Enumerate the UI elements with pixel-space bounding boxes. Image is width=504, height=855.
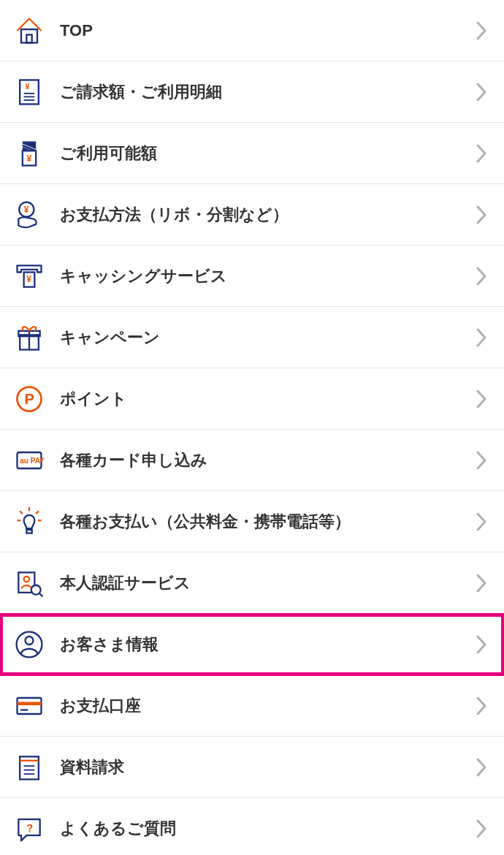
aupay-card-icon: au PAY xyxy=(12,443,47,478)
chevron-right-icon xyxy=(476,512,486,531)
menu-item-label: 各種お支払い（公共料金・携帯電話等） xyxy=(60,511,476,533)
doc-request-icon xyxy=(12,750,47,785)
bank-card-icon xyxy=(12,688,47,723)
chevron-right-icon xyxy=(476,819,486,838)
menu-item-1[interactable]: ¥ ご請求額・ご利用明細 xyxy=(0,61,504,123)
menu-item-7[interactable]: au PAY 各種カード申し込み xyxy=(0,430,504,491)
svg-text:¥: ¥ xyxy=(26,82,31,91)
lightbulb-icon xyxy=(12,504,47,539)
svg-point-34 xyxy=(26,636,34,645)
menu-list: TOP ¥ ご請求額・ご利用明細 ¥ ご利用可能額 ¥ お支払方法（リボ・分割な… xyxy=(0,0,504,855)
svg-point-30 xyxy=(24,576,29,581)
svg-point-31 xyxy=(31,585,41,594)
menu-item-9[interactable]: 本人認証サービス xyxy=(0,552,504,614)
chevron-right-icon xyxy=(476,451,486,470)
menu-item-11[interactable]: お支払口座 xyxy=(0,675,504,737)
menu-item-3[interactable]: ¥ お支払方法（リボ・分割など） xyxy=(0,184,504,246)
svg-text:P: P xyxy=(25,391,34,407)
point-icon: P xyxy=(12,381,47,417)
menu-item-label: TOP xyxy=(60,21,476,40)
hand-yen-icon: ¥ xyxy=(12,197,47,232)
menu-item-label: ポイント xyxy=(60,388,476,410)
menu-item-label: お支払方法（リボ・分割など） xyxy=(60,204,476,226)
menu-item-13[interactable]: ? よくあるご質問 xyxy=(0,798,504,855)
home-icon xyxy=(12,13,47,48)
id-check-icon xyxy=(12,566,47,601)
chevron-right-icon xyxy=(476,83,486,102)
chevron-right-icon xyxy=(476,267,486,286)
svg-rect-0 xyxy=(21,29,37,42)
menu-item-6[interactable]: P ポイント xyxy=(0,368,504,430)
svg-line-24 xyxy=(20,511,23,514)
svg-text:¥: ¥ xyxy=(26,153,32,164)
menu-item-10[interactable]: お客さま情報 xyxy=(0,614,504,675)
chevron-right-icon xyxy=(476,574,486,593)
menu-item-label: 資料請求 xyxy=(60,756,476,778)
menu-item-5[interactable]: キャンペーン xyxy=(0,307,504,368)
svg-text:¥: ¥ xyxy=(26,274,31,284)
svg-rect-35 xyxy=(18,698,42,714)
svg-text:?: ? xyxy=(26,821,33,833)
svg-rect-28 xyxy=(26,530,31,533)
chevron-right-icon xyxy=(476,635,486,654)
svg-rect-1 xyxy=(26,34,31,42)
menu-item-label: 各種カード申し込み xyxy=(60,449,476,471)
chevron-right-icon xyxy=(476,758,486,777)
svg-line-25 xyxy=(36,511,39,514)
card-limit-icon: ¥ xyxy=(12,136,47,171)
chevron-right-icon xyxy=(476,205,486,224)
menu-item-label: キャッシングサービス xyxy=(60,265,476,287)
menu-item-label: ご利用可能額 xyxy=(60,142,476,164)
menu-item-12[interactable]: 資料請求 xyxy=(0,737,504,798)
svg-rect-36 xyxy=(18,702,42,705)
menu-item-2[interactable]: ¥ ご利用可能額 xyxy=(0,123,504,184)
svg-line-32 xyxy=(39,593,43,596)
menu-item-0[interactable]: TOP xyxy=(0,0,504,61)
menu-item-label: ご請求額・ご利用明細 xyxy=(60,81,476,103)
gift-icon xyxy=(12,320,47,355)
chevron-right-icon xyxy=(476,21,486,40)
chevron-right-icon xyxy=(476,328,486,347)
chevron-right-icon xyxy=(476,144,486,163)
menu-item-8[interactable]: 各種お支払い（公共料金・携帯電話等） xyxy=(0,491,504,552)
menu-item-4[interactable]: ¥ キャッシングサービス xyxy=(0,246,504,307)
chevron-right-icon xyxy=(476,696,486,715)
menu-item-label: お客さま情報 xyxy=(60,634,476,656)
person-circle-icon xyxy=(12,627,47,662)
billing-doc-icon: ¥ xyxy=(12,75,47,110)
svg-text:au PAY: au PAY xyxy=(20,456,45,464)
chevron-right-icon xyxy=(476,390,486,408)
atm-icon: ¥ xyxy=(12,259,47,294)
menu-item-label: キャンペーン xyxy=(60,327,476,349)
faq-icon: ? xyxy=(12,811,47,846)
menu-item-label: 本人認証サービス xyxy=(60,572,476,594)
menu-item-label: よくあるご質問 xyxy=(60,818,476,840)
menu-item-label: お支払口座 xyxy=(60,695,476,717)
svg-text:¥: ¥ xyxy=(24,205,29,215)
